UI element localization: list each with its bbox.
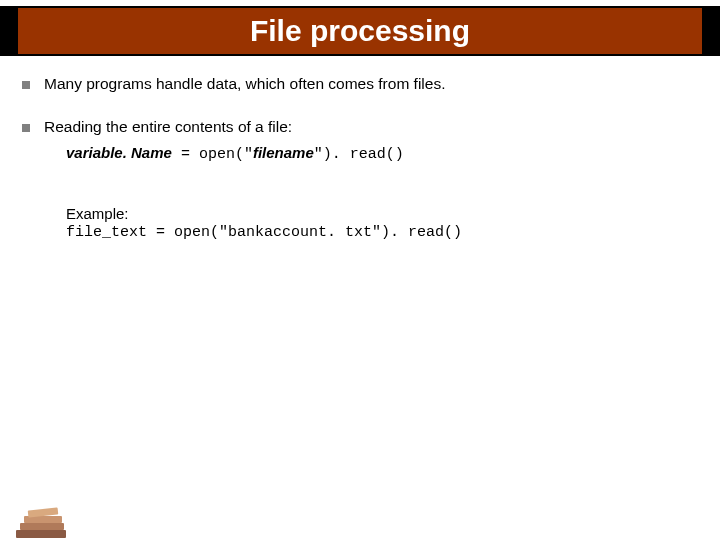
square-bullet-icon (22, 124, 30, 132)
bullet-item-1: Many programs handle data, which often c… (22, 74, 698, 95)
slide-content: Many programs handle data, which often c… (0, 56, 720, 241)
bullet-text-1: Many programs handle data, which often c… (44, 74, 698, 95)
example-code: file_text = open("bankaccount. txt"). re… (66, 224, 698, 241)
syntax-varname: variable. Name (66, 144, 172, 161)
syntax-close-read: "). read() (314, 146, 404, 163)
example-label: Example: (66, 205, 698, 222)
bullet-text-2: Reading the entire contents of a file: (44, 117, 698, 138)
books-illustration-icon (6, 502, 86, 538)
syntax-line: variable. Name = open("filename"). read(… (66, 144, 698, 163)
slide-title: File processing (18, 6, 702, 56)
square-bullet-icon (22, 81, 30, 89)
syntax-eq-open: = open(" (172, 146, 253, 163)
syntax-filename: filename (253, 144, 314, 161)
bullet-item-2: Reading the entire contents of a file: (22, 117, 698, 138)
example-block: Example: file_text = open("bankaccount. … (66, 205, 698, 241)
